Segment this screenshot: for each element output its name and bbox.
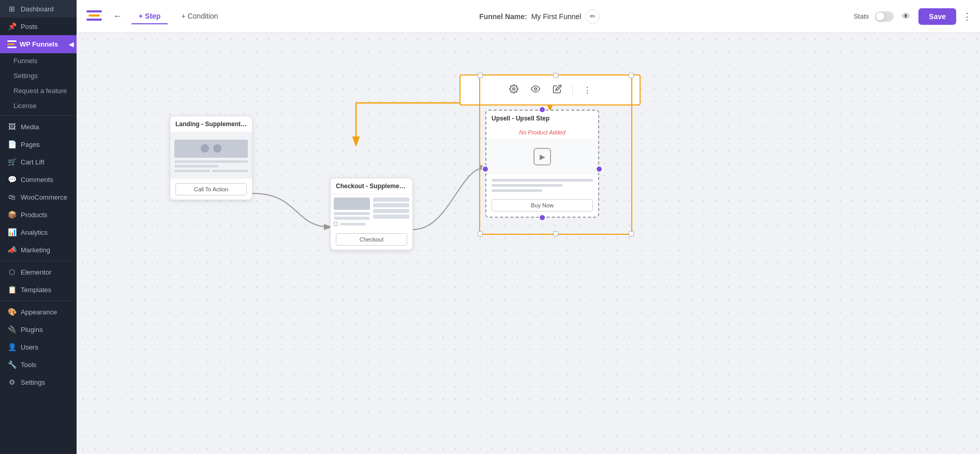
more-options-button[interactable]: ⋮ [962,11,972,22]
sidebar-item-elementor[interactable]: ⬡ Elementor [0,263,77,281]
sidebar-divider-3 [0,300,77,301]
resize-handle-br[interactable] [629,231,634,236]
connector-svg [77,33,980,454]
resize-handle-bm[interactable] [553,231,558,236]
sidebar-item-products[interactable]: 📦 Products [0,206,77,223]
settings-icon: ⚙ [7,378,17,386]
upsell-handle-bottom[interactable] [539,214,546,221]
sidebar-label-funnels: Funnels [13,57,37,65]
upsell-node-wrapper: Upsell - Upsell Step No Product Added ▶ … [485,110,599,218]
sidebar-divider-2 [0,261,77,261]
topbar-right: Stats 👁 Save ⋮ [854,8,972,25]
sidebar-item-settings[interactable]: ⚙ Settings [0,373,77,391]
sidebar-item-appearance[interactable]: 🎨 Appearance [0,303,77,321]
checkout-cta-button[interactable]: Checkout [336,233,407,246]
main-content: ← + Step + Condition Funnel Name: My Fir… [77,0,980,454]
landing-cta-button[interactable]: Call To Action [175,183,247,195]
checkout-node-cta: Checkout [331,229,412,250]
upsell-no-product-text: No Product Added [486,126,598,139]
svg-point-4 [534,88,537,90]
stats-label: Stats [854,12,869,20]
resize-handle-tm[interactable] [553,73,558,78]
sidebar-label-appearance: Appearance [21,308,57,316]
sidebar-item-cart-lift[interactable]: 🛒 Cart Lift [0,153,77,171]
products-icon: 📦 [7,210,17,219]
toolbar-edit-button[interactable] [551,82,564,98]
sidebar-label-posts: Posts [21,23,38,31]
sidebar-label-plugins: Plugins [21,326,43,334]
upsell-bottom-lines [486,175,598,196]
funnel-name-label: Funnel Name: [479,12,527,21]
media-icon: 🖼 [7,123,17,131]
sidebar-label-cart-lift: Cart Lift [21,158,44,166]
sidebar-sub-settings[interactable]: Settings [0,68,77,83]
upsell-buy-now-button[interactable]: Buy Now [492,199,593,211]
add-condition-button[interactable]: + Condition [174,9,225,24]
upsell-handle-top[interactable] [539,106,546,113]
posts-icon: 📌 [7,22,17,31]
orange-arrows-svg [77,33,980,454]
add-step-label: + Step [139,12,160,20]
sidebar-item-marketing[interactable]: 📣 Marketing [0,241,77,259]
toolbar-more-button[interactable]: ⋮ [581,83,593,97]
topbar-logo [85,7,103,26]
funnel-name-value: My First Funnel [531,12,581,21]
sidebar-sub-license[interactable]: License [0,98,77,113]
upsell-handle-right[interactable] [596,165,603,173]
sidebar-label-products: Products [21,211,47,219]
sidebar-label-request-feature: Request a feature [13,87,67,95]
logo-icon [86,10,102,23]
sidebar-item-analytics[interactable]: 📊 Analytics [0,223,77,241]
resize-handle-tl[interactable] [478,73,483,78]
sidebar-label-settings: Settings [21,379,45,386]
checkout-node-preview [331,194,412,229]
sidebar-sub-request-feature[interactable]: Request a feature [0,83,77,98]
sidebar-item-media[interactable]: 🖼 Media [0,118,77,135]
sidebar-item-comments[interactable]: 💬 Comments [0,171,77,188]
woocommerce-icon: 🛍 [7,193,17,201]
toolbar-preview-button[interactable] [529,82,542,98]
sidebar-label-media: Media [21,123,39,131]
upsell-node[interactable]: Upsell - Upsell Step No Product Added ▶ … [485,110,599,218]
sidebar-item-templates[interactable]: 📋 Templates [0,281,77,298]
elementor-icon: ⬡ [7,268,17,276]
appearance-icon: 🎨 [7,308,17,316]
sidebar-label-templates: Templates [21,286,51,294]
sidebar-item-pages[interactable]: 📄 Pages [0,135,77,153]
sidebar-label-marketing: Marketing [21,246,50,254]
sidebar-item-plugins[interactable]: 🔌 Plugins [0,321,77,338]
toolbar-settings-button[interactable] [507,82,521,98]
resize-handle-tr[interactable] [629,73,634,78]
cart-lift-icon: 🛒 [7,158,17,166]
checkout-node[interactable]: Checkout - Supplement C... [330,178,413,250]
add-condition-label: + Condition [181,12,218,20]
sidebar-divider-1 [0,115,77,116]
sidebar-label-tools: Tools [21,361,36,369]
plugins-icon: 🔌 [7,325,17,334]
landing-node-preview [170,132,252,179]
sidebar-item-woocommerce[interactable]: 🛍 WooCommerce [0,188,77,206]
upsell-handle-left[interactable] [482,165,489,173]
sidebar-sub-funnels[interactable]: Funnels [0,53,77,68]
marketing-icon: 📣 [7,246,17,254]
preview-button[interactable]: 👁 [900,10,912,23]
sidebar-item-wp-funnels[interactable]: WP Funnels ◀ [0,35,77,53]
topbar: ← + Step + Condition Funnel Name: My Fir… [77,0,980,33]
sidebar-label-license: License [13,102,37,110]
checkout-node-header: Checkout - Supplement C... [331,178,412,194]
sidebar-item-tools[interactable]: 🔧 Tools [0,356,77,373]
resize-handle-bl[interactable] [478,231,483,236]
landing-node[interactable]: Landing - Supplement La... Call To [170,116,253,200]
play-icon: ▶ [533,148,551,165]
stats-toggle[interactable] [875,11,894,22]
edit-funnel-name-button[interactable]: ✏ [585,9,600,24]
back-button[interactable]: ← [110,9,125,24]
save-button[interactable]: Save [918,8,956,25]
upsell-cta-area: Buy Now [486,196,598,217]
funnel-canvas[interactable]: ⋮ Landing - Supplement La... [77,33,980,454]
sidebar-item-posts[interactable]: 📌 Posts [0,18,77,35]
sidebar-item-dashboard[interactable]: ⊞ Dashboard [0,0,77,18]
add-step-button[interactable]: + Step [131,9,168,24]
users-icon: 👤 [7,343,17,351]
sidebar-item-users[interactable]: 👤 Users [0,338,77,356]
